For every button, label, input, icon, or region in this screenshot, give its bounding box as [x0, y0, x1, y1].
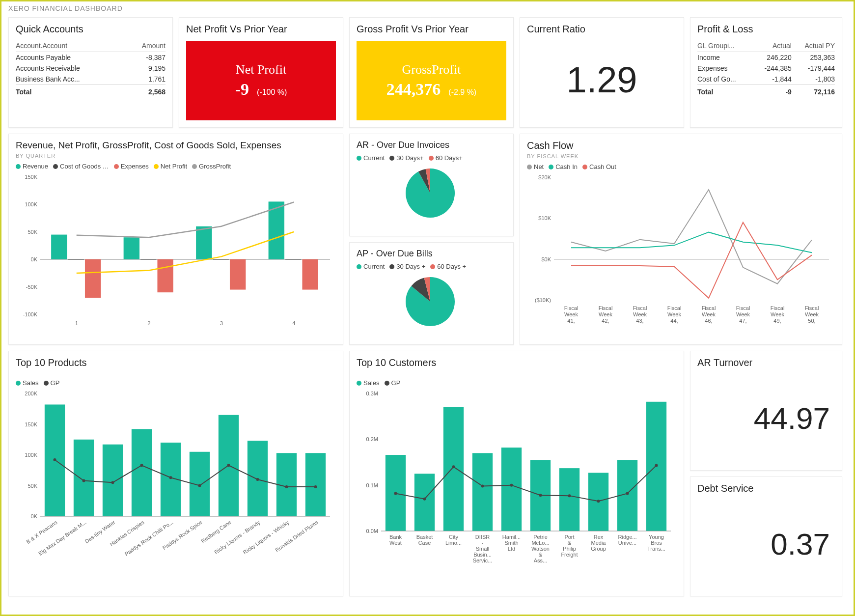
legend-item: Sales: [23, 379, 39, 387]
top-customers-title: Top 10 Customers: [357, 357, 677, 368]
svg-rect-66: [305, 453, 326, 516]
legend-item: Cost of Goods …: [60, 163, 109, 170]
svg-rect-7: [51, 235, 67, 259]
ap-due-pie[interactable]: [357, 272, 504, 331]
card-revenue-quarter: Revenue, Net Profit, GrossProfit, Cost o…: [8, 134, 343, 345]
quick-accounts-table: Account.AccountAmount Accounts Payable-8…: [16, 40, 165, 97]
svg-text:Ass...: Ass...: [534, 558, 548, 563]
svg-point-111: [655, 464, 658, 467]
legend-item: Net Profit: [161, 163, 187, 170]
svg-text:City: City: [449, 534, 458, 540]
svg-text:44,: 44,: [670, 318, 678, 324]
rev-legend: Revenue Cost of Goods … Expenses Net Pro…: [16, 163, 336, 170]
svg-text:4: 4: [292, 320, 295, 326]
svg-text:Week: Week: [667, 311, 681, 317]
svg-text:Fiscal: Fiscal: [736, 305, 750, 311]
legend-item: Cash Out: [589, 163, 616, 170]
col-amount: Amount: [125, 40, 165, 52]
svg-rect-12: [140, 259, 156, 260]
svg-text:Group: Group: [591, 546, 606, 552]
svg-text:41,: 41,: [567, 318, 575, 324]
legend-item: 30 Days +: [396, 263, 425, 270]
card-profit-loss: Profit & Loss GL Groupi...ActualActual P…: [690, 17, 842, 128]
svg-text:0.2M: 0.2M: [366, 436, 378, 442]
top-products-chart[interactable]: 200K150K100K50K0KB & X PeacansBig Max Da…: [16, 389, 335, 585]
ar-due-pie[interactable]: [357, 164, 504, 223]
svg-text:Busin...: Busin...: [473, 552, 492, 558]
ar-turnover-title: AR Turnover: [697, 357, 835, 368]
pl-val: 253,363: [792, 52, 835, 63]
svg-text:0K: 0K: [31, 513, 38, 519]
debt-service-value: 0.37: [771, 529, 830, 560]
svg-text:Petrie: Petrie: [533, 534, 548, 540]
svg-text:0.3M: 0.3M: [366, 391, 378, 396]
svg-rect-8: [124, 237, 139, 259]
svg-rect-9: [196, 226, 212, 259]
svg-point-73: [227, 464, 230, 467]
svg-text:50K: 50K: [28, 229, 37, 235]
card-debt-service: Debt Service 0.37: [690, 476, 842, 596]
qa-row-amount: 9,195: [125, 63, 165, 74]
svg-rect-18: [302, 259, 318, 290]
ar-due-title: AR - Over Due Invoices: [357, 140, 506, 150]
cash-flow-legend: Net Cash In Cash Out: [527, 163, 835, 170]
svg-text:$20K: $20K: [538, 174, 551, 180]
legend-item: 60 Days +: [437, 263, 466, 270]
net-profit-label: Net Profit: [235, 62, 287, 77]
legend-item: 30 Days+: [396, 154, 423, 162]
pl-col: GL Groupi...: [697, 40, 753, 52]
svg-rect-16: [157, 259, 173, 292]
cash-flow-chart[interactable]: $20K$10K$0K($10K)FiscalWeek41,FiscalWeek…: [527, 172, 834, 330]
svg-text:Fiscal: Fiscal: [702, 305, 716, 311]
top-customers-chart[interactable]: 0.3M0.2M0.1M0.0MBankWestBasketCaseCityLi…: [357, 389, 676, 585]
card-ar-due: AR - Over Due Invoices Current 30 Days+ …: [349, 134, 514, 236]
svg-point-109: [597, 500, 600, 503]
gross-profit-label: GrossProfit: [386, 62, 476, 77]
svg-text:Port: Port: [564, 534, 574, 540]
svg-text:Small: Small: [476, 546, 490, 552]
revenue-quarter-chart[interactable]: 150K100K50K0K-50K-100K1234: [16, 172, 335, 329]
svg-text:0K: 0K: [31, 256, 38, 262]
pl-val: -1,844: [753, 74, 792, 85]
ar-turnover-value: 44.97: [754, 403, 830, 434]
svg-rect-14: [285, 259, 301, 260]
svg-rect-13: [213, 259, 229, 260]
svg-rect-96: [501, 448, 522, 531]
svg-text:46,: 46,: [705, 318, 712, 324]
qa-total-label: Total: [16, 85, 125, 98]
pl-total-label: Total: [697, 85, 753, 98]
svg-text:&: &: [539, 552, 543, 558]
svg-text:Fiscal: Fiscal: [771, 305, 785, 311]
rev-sub: BY QUARTER: [16, 153, 336, 159]
top-customers-legend: Sales GP: [357, 379, 677, 387]
svg-text:($10K): ($10K): [535, 297, 551, 303]
net-profit-kpi: Net Profit -9 (-100 %): [186, 41, 336, 120]
svg-text:47,: 47,: [739, 318, 746, 324]
svg-text:Fiscal: Fiscal: [599, 305, 613, 311]
pl-col: Actual PY: [792, 40, 835, 52]
svg-text:Ridge...: Ridge...: [618, 534, 637, 540]
debt-service-title: Debt Service: [697, 483, 835, 494]
legend-item: Expenses: [121, 163, 149, 170]
top-products-title: Top 10 Products: [16, 357, 336, 368]
svg-text:150K: 150K: [25, 421, 37, 427]
pl-val: 246,220: [753, 52, 792, 63]
svg-text:Rex: Rex: [594, 534, 604, 540]
svg-text:Paddys Rock Chilli Po...: Paddys Rock Chilli Po...: [124, 519, 174, 557]
card-top-customers: Top 10 Customers Sales GP 0.3M0.2M0.1M0.…: [349, 351, 684, 596]
qa-total: 2,568: [125, 85, 165, 98]
svg-text:Fiscal: Fiscal: [633, 305, 647, 311]
card-ar-turnover: AR Turnover 44.97: [690, 351, 842, 471]
svg-text:Trans...: Trans...: [647, 546, 665, 552]
svg-text:Bros: Bros: [651, 540, 662, 546]
svg-text:Watson: Watson: [531, 546, 550, 552]
pl-row: Cost of Go...: [697, 74, 753, 85]
qa-row-name: Business Bank Acc...: [16, 74, 125, 85]
cash-flow-sub: BY FISCAL WEEK: [527, 153, 835, 159]
svg-point-104: [452, 465, 455, 468]
card-current-ratio: Current Ratio 1.29: [520, 17, 684, 128]
ar-due-legend: Current 30 Days+ 60 Days+: [357, 154, 506, 162]
svg-text:Case: Case: [418, 540, 431, 546]
qa-row-name: Accounts Payable: [16, 52, 125, 63]
qa-row-amount: 1,761: [125, 74, 165, 85]
